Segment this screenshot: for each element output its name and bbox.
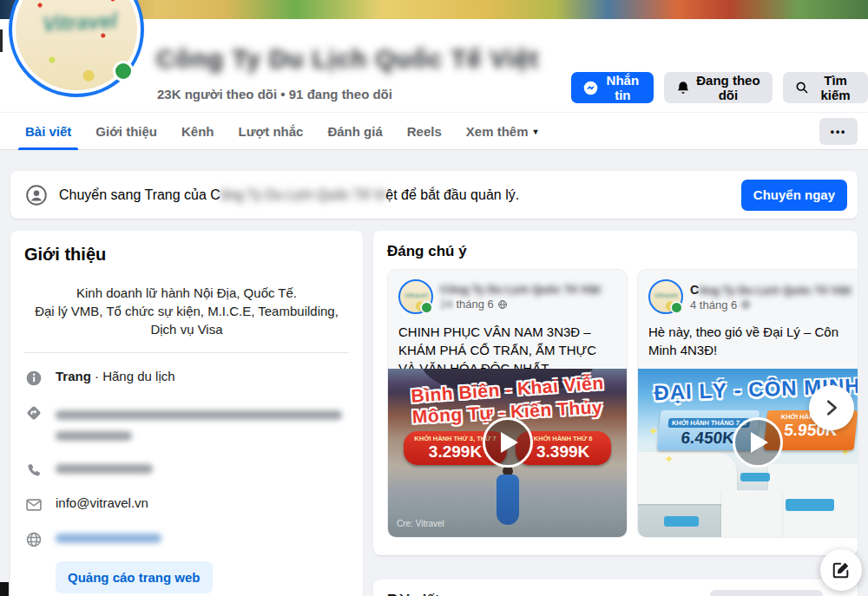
message-button[interactable]: Nhắn tin xyxy=(571,72,654,103)
following-button[interactable]: Đang theo dõi xyxy=(664,72,773,103)
tab-reels[interactable]: Reels xyxy=(395,113,454,149)
address-row xyxy=(24,403,349,445)
banner-page-name-blurred: ông Ty Du Lịch Quốc Tế Vi xyxy=(220,187,385,202)
page-type-row: Trang · Hãng du lịch xyxy=(24,369,349,388)
filters-button[interactable] xyxy=(710,590,823,596)
post-avatar: Vitravel xyxy=(648,279,683,314)
divider xyxy=(24,352,349,353)
video-thumbnail-1[interactable]: Bình Biên - Khai Viễn Mông Tự - Kiến Thủ… xyxy=(388,369,627,537)
avatar-logo-text: Vitravel xyxy=(27,8,132,37)
pool-shape xyxy=(786,499,834,511)
email-value[interactable]: info@vitravel.vn xyxy=(56,495,148,510)
post-author-blurred: ông Ty Du Lịch Quốc Tế Việt xyxy=(699,284,852,297)
featured-card: Đáng chú ý Vitravel Công Ty Du Lịch Quốc… xyxy=(373,231,858,555)
about-card: Giới thiệu Kinh doanh lữ hành Nội Địa, Q… xyxy=(10,231,363,596)
more-options-button[interactable]: ••• xyxy=(819,118,858,145)
post-avatar: Vitravel xyxy=(398,279,433,314)
chevron-right-icon xyxy=(822,398,841,417)
tab-channel[interactable]: Kênh xyxy=(169,113,227,149)
compose-icon xyxy=(832,560,851,580)
tab-posts[interactable]: Bài viết xyxy=(13,113,83,149)
play-icon[interactable] xyxy=(733,417,783,468)
banner-text: Chuyển sang Trang của Công Ty Du Lịch Qu… xyxy=(59,187,741,203)
address-blurred xyxy=(56,403,342,445)
switch-profile-icon xyxy=(24,183,49,207)
person-silhouette xyxy=(496,466,519,525)
advertise-website-button[interactable]: Quảng cáo trang web xyxy=(56,561,213,593)
phone-icon xyxy=(24,461,43,480)
switch-profile-banner: Chuyển sang Trang của Công Ty Du Lịch Qu… xyxy=(10,171,858,219)
public-globe-icon xyxy=(497,299,508,310)
post-author-initial: C xyxy=(690,283,699,297)
search-button[interactable]: Tìm kiếm xyxy=(783,72,868,103)
compose-post-button[interactable] xyxy=(820,549,862,591)
video-watermark: Cre: Vitravel xyxy=(397,519,444,528)
globe-icon xyxy=(24,530,43,549)
post-author-blurred: Công Ty Du Lịch Quốc Tế Việt xyxy=(440,283,601,296)
phone-blurred xyxy=(56,464,153,474)
featured-post-1[interactable]: Vitravel Công Ty Du Lịch Quốc Tế Việt 24… xyxy=(387,269,628,538)
featured-title: Đáng chú ý xyxy=(387,243,844,260)
email-row: info@vitravel.vn xyxy=(24,495,349,514)
post-header: Vitravel Công Ty Du Lịch Quốc Tế Việt 24… xyxy=(388,270,627,319)
chevron-down-icon: ▾ xyxy=(533,127,537,136)
post-header: Vitravel C ông Ty Du Lịch Quốc Tế Việt 4… xyxy=(638,270,858,319)
post-text: Hè này, theo gió về Đại Lý – Côn Minh 4N… xyxy=(638,319,858,359)
featured-posts-row: Vitravel Công Ty Du Lịch Quốc Tế Việt 24… xyxy=(387,269,858,538)
public-globe-icon xyxy=(740,299,751,310)
screenshot-artifact xyxy=(0,582,9,596)
screenshot-artifact xyxy=(0,29,3,52)
page-title: Công Ty Du Lịch Quốc Tế Việt xyxy=(156,45,539,74)
pool-shape xyxy=(664,516,699,527)
carousel-next-button[interactable] xyxy=(809,385,854,430)
header-action-buttons: Nhắn tin Đang theo dõi Tìm kiếm xyxy=(571,72,868,103)
tab-see-more[interactable]: Xem thêm ▾ xyxy=(454,113,550,149)
info-icon xyxy=(24,369,43,388)
tab-mentions[interactable]: Lượt nhắc xyxy=(227,113,316,149)
about-title: Giới thiệu xyxy=(24,245,349,265)
search-icon xyxy=(795,81,809,95)
page-tab-bar: Bài viết Giới thiệu Kênh Lượt nhắc Đánh … xyxy=(0,112,868,150)
play-icon[interactable] xyxy=(483,417,533,468)
post-date: 4 tháng 6 xyxy=(690,298,852,311)
star-decoration: ✦ xyxy=(664,452,674,466)
tab-reviews[interactable]: Đánh giá xyxy=(315,113,394,149)
follower-stats: 23K người theo dõi • 91 đang theo dõi xyxy=(157,87,392,102)
posts-section-card: Bài viết xyxy=(373,580,858,596)
online-status-dot xyxy=(113,61,134,82)
website-row xyxy=(24,530,349,549)
messenger-icon xyxy=(583,81,598,95)
about-bio: Kinh doanh lữ hành Nội Địa, Quốc Tế. Đại… xyxy=(24,284,349,338)
website-blurred[interactable] xyxy=(56,534,161,543)
pool-shape xyxy=(740,473,770,481)
tab-about[interactable]: Giới thiệu xyxy=(83,113,169,149)
phone-row xyxy=(24,461,349,480)
ellipsis-icon: ••• xyxy=(831,126,847,138)
directions-icon xyxy=(24,403,43,422)
post-date: 24 tháng 6 xyxy=(440,298,601,311)
bell-icon xyxy=(676,81,690,95)
switch-now-button[interactable]: Chuyển ngay xyxy=(741,180,847,211)
email-icon xyxy=(24,495,43,514)
building-shape xyxy=(721,490,782,537)
